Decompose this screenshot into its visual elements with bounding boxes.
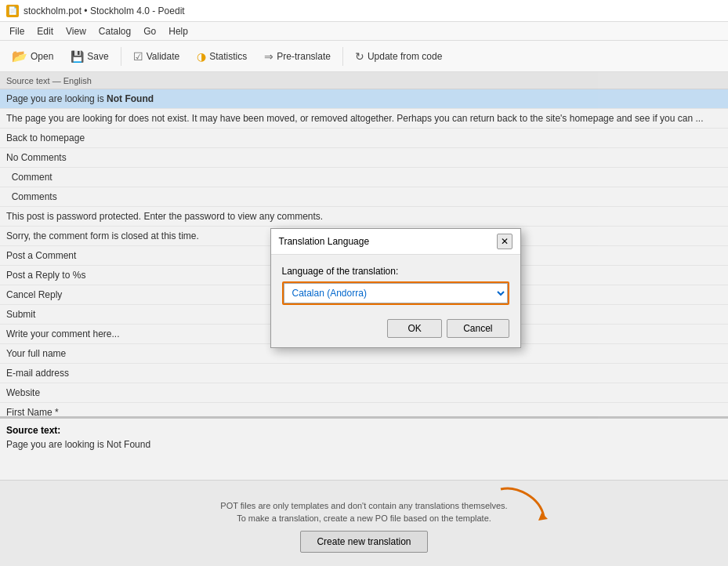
toolbar: 📂 Open 💾 Save ☑ Validate ◑ Statistics ⇒ … <box>0 41 728 72</box>
statistics-icon: ◑ <box>197 50 206 63</box>
title-bar-text: stockholm.pot • Stockholm 4.0 - Poedit <box>24 5 185 16</box>
menu-file[interactable]: File <box>3 24 31 38</box>
menu-bar: File Edit View Catalog Go Help <box>0 22 728 41</box>
main-wrapper: Source text — English Page you are looki… <box>0 72 728 566</box>
validate-button[interactable]: ☑ Validate <box>126 46 187 67</box>
menu-help[interactable]: Help <box>162 24 194 38</box>
statistics-button[interactable]: ◑ Statistics <box>190 46 254 67</box>
save-button[interactable]: 💾 Save <box>63 46 115 67</box>
pretranslate-label: Pre-translate <box>277 51 331 62</box>
save-icon: 💾 <box>71 50 84 63</box>
translation-language-dialog: Translation Language ✕ Language of the t… <box>270 228 521 348</box>
save-label: Save <box>87 51 108 62</box>
update-button[interactable]: ↻ Update from code <box>348 46 449 67</box>
dialog-close-button[interactable]: ✕ <box>497 234 512 249</box>
dialog-title: Translation Language <box>279 236 370 247</box>
menu-view[interactable]: View <box>60 24 92 38</box>
dialog-body: Language of the translation: Catalan (An… <box>271 255 520 313</box>
title-bar: 📄 stockholm.pot • Stockholm 4.0 - Poedit <box>0 0 728 22</box>
pretranslate-button[interactable]: ⇒ Pre-translate <box>257 46 338 67</box>
open-icon: 📂 <box>12 49 27 63</box>
dialog-footer: OK Cancel <box>271 313 520 347</box>
toolbar-separator-2 <box>342 47 343 66</box>
language-select[interactable]: Catalan (Andorra) English (US) Spanish (… <box>284 283 508 303</box>
dialog-ok-button[interactable]: OK <box>387 319 442 338</box>
modal-overlay: Translation Language ✕ Language of the t… <box>0 72 728 566</box>
open-label: Open <box>31 51 53 62</box>
menu-catalog[interactable]: Catalog <box>92 24 137 38</box>
statistics-label: Statistics <box>209 51 247 62</box>
menu-edit[interactable]: Edit <box>31 24 60 38</box>
update-label: Update from code <box>368 51 442 62</box>
pretranslate-icon: ⇒ <box>264 50 273 63</box>
dialog-titlebar: Translation Language ✕ <box>271 229 520 255</box>
toolbar-separator-1 <box>121 47 121 66</box>
validate-icon: ☑ <box>133 50 143 63</box>
validate-label: Validate <box>147 51 179 62</box>
dialog-cancel-button[interactable]: Cancel <box>447 319 509 338</box>
open-button[interactable]: 📂 Open <box>5 45 60 67</box>
menu-go[interactable]: Go <box>137 24 162 38</box>
dialog-field-label: Language of the translation: <box>282 266 509 277</box>
dialog-select-wrapper: Catalan (Andorra) English (US) Spanish (… <box>282 281 509 305</box>
update-icon: ↻ <box>355 50 364 63</box>
app-icon: 📄 <box>6 5 19 17</box>
